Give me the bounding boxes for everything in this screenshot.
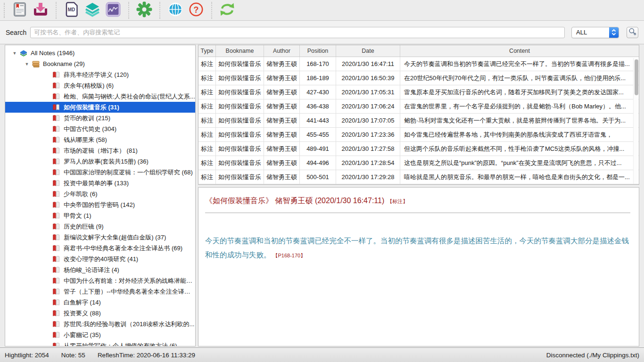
cell-author: 储智勇王硕: [264, 57, 300, 71]
sidebar-item[interactable]: 小窗幽记 (35): [5, 329, 195, 340]
sidebar-item[interactable]: 薛兆丰经济学讲义 (120): [5, 69, 195, 80]
column-header-date[interactable]: Date: [336, 45, 400, 57]
sidebar-item[interactable]: 历史的巨镜 (9): [5, 221, 195, 232]
stats-chart-button[interactable]: [104, 1, 123, 19]
sidebar-item-label: 市场的逻辑（增订本） (81): [64, 147, 138, 155]
sidebar-item-selected[interactable]: 如何假装懂音乐 (31): [5, 102, 195, 113]
sidebar-item[interactable]: 罗马人的故事(套装共15册) (36): [5, 156, 195, 167]
sidebar-item[interactable]: 市场的逻辑（增订本） (81): [5, 145, 195, 156]
gear-icon: [136, 1, 152, 19]
cell-position: 494-496: [300, 156, 336, 170]
book-icon: [52, 82, 61, 89]
sidebar-item[interactable]: 枪炮、病菌与钢铁:人类社会的命运(世纪人文系...: [5, 91, 195, 102]
cell-date: 2020/1/30 17:28:54: [336, 156, 400, 170]
cell-content: 如今雷鬼已经传遍世界各地，其中传到南美的那条线演变成了西班牙语雷鬼，: [400, 128, 639, 141]
cell-date: 2020/1/30 16:47:11: [336, 57, 400, 71]
sidebar-item[interactable]: ▼Bookname (29): [5, 58, 195, 69]
table-row[interactable]: 标注如何假装懂音乐储智勇王硕500-5012020/1/30 17:29:28嘻…: [198, 170, 639, 184]
sidebar-item[interactable]: 从零开始学写作：个人增值的有效方法 (6): [5, 340, 195, 346]
sidebar-item[interactable]: 中国为什么有前途：对外经济关系的战略潜能（...: [5, 275, 195, 286]
all-notes-icon: [19, 49, 28, 57]
cell-author: 储智勇王硕: [264, 114, 300, 127]
disclosure-triangle-icon[interactable]: ▼: [24, 62, 30, 66]
sidebar-item-label: 管子（上下册）--中华经典名著全本全注全译（...: [64, 288, 195, 296]
search-button[interactable]: [627, 27, 638, 38]
disclosure-triangle-icon[interactable]: ▼: [12, 51, 17, 56]
sidebar-item-label: 中国古代简史 (304): [64, 125, 116, 133]
settings-gear-button[interactable]: [135, 1, 154, 19]
layers-export-button[interactable]: [83, 1, 102, 19]
table-row[interactable]: 标注如何假装懂音乐储智勇王硕436-4382020/1/30 17:06:24在…: [198, 99, 639, 114]
import-download-button[interactable]: [31, 1, 50, 19]
table-scrollbar-track[interactable]: [633, 58, 638, 184]
help-button[interactable]: ?: [187, 1, 206, 19]
clippings-document-icon: [13, 2, 27, 18]
sidebar-item[interactable]: 庆余年(精校版) (6): [5, 80, 195, 91]
book-icon: [52, 158, 61, 165]
sidebar-item[interactable]: 少年凯歌 (6): [5, 189, 195, 199]
import-download-icon: [33, 2, 49, 18]
sidebar-item[interactable]: 商君书-中华经典名著全本全注全译丛书 (69): [5, 243, 195, 254]
sidebar-item[interactable]: 改变心理学的40项研究 (41): [5, 254, 195, 264]
sidebar-item[interactable]: 苏世民:我的经验与教训（2018读桥水达利欧的...: [5, 319, 195, 329]
sidebar-item[interactable]: 中国国家治理的制度逻辑：一个组织学研究 (68): [5, 167, 195, 178]
table-row[interactable]: 标注如何假装懂音乐储智勇王硕455-4552020/1/30 17:23:36如…: [198, 128, 639, 142]
sidebar-item[interactable]: ▼All Notes (1946): [5, 48, 195, 58]
book-icon: [52, 310, 61, 317]
book-icon: [52, 342, 61, 346]
sidebar-item[interactable]: 投资要义 (88): [5, 308, 195, 319]
refresh-sync-icon: [219, 2, 235, 18]
sidebar-item[interactable]: 甲骨文 (1): [5, 210, 195, 221]
cell-type: 标注: [198, 57, 216, 71]
table-scrollbar-thumb[interactable]: [635, 59, 638, 95]
cell-bookname: 如何假装懂音乐: [216, 114, 264, 127]
sidebar-item[interactable]: 管子（上下册）--中华经典名著全本全注全译（...: [5, 286, 195, 297]
sidebar-item[interactable]: 中央帝国的哲学密码 (142): [5, 199, 195, 210]
sidebar-item-label: 罗马人的故事(套装共15册) (36): [64, 157, 149, 166]
table-row[interactable]: 标注如何假装懂音乐储智勇王硕186-1892020/1/30 16:50:39在…: [198, 71, 639, 85]
sidebar-item[interactable]: 新编说文解字大全集(超值白金版) (37): [5, 232, 195, 243]
sidebar-item-label: 甲骨文 (1): [64, 212, 91, 220]
sidebar-item[interactable]: 白鱼解字 (14): [5, 297, 195, 308]
column-header-bookname[interactable]: Bookname: [216, 45, 264, 57]
sidebar-item[interactable]: 中国古代简史 (304): [5, 123, 195, 134]
table-row[interactable]: 标注如何假装懂音乐储智勇王硕441-4432020/1/30 17:07:05鲍…: [198, 114, 639, 128]
table-row[interactable]: 标注如何假装懂音乐储智勇王硕168-1702020/1/30 16:47:11今…: [198, 57, 639, 71]
cell-content: 这也是朋克之所以是“punk”的原因。“punk”在英文里是流氓阿飞的意思，只不…: [400, 156, 639, 170]
sidebar-item[interactable]: 钱从哪里来 (58): [5, 134, 195, 145]
sidebar-tree: ▼All Notes (1946)▼Bookname (29)薛兆丰经济学讲义 …: [5, 45, 195, 346]
column-header-position[interactable]: Position: [300, 45, 336, 57]
column-header-author[interactable]: Author: [264, 45, 300, 57]
filter-dropdown[interactable]: ALL: [571, 27, 619, 38]
column-header-content[interactable]: Content: [400, 45, 639, 57]
detail-position-tag: 【P168-170】: [273, 253, 306, 258]
book-icon: [52, 321, 61, 328]
table-row[interactable]: 标注如何假装懂音乐储智勇王硕489-4912020/1/30 17:27:58但…: [198, 142, 639, 156]
sidebar-item[interactable]: 投资中最简单的事 (133): [5, 178, 195, 189]
table-row[interactable]: 标注如何假装懂音乐储智勇王硕494-4962020/1/30 17:28:54这…: [198, 156, 639, 170]
layers-icon: [84, 2, 100, 18]
sidebar-item-label: 历史的巨镜 (9): [64, 222, 104, 231]
sidebar-item-label: 中国为什么有前途：对外经济关系的战略潜能（...: [64, 277, 195, 285]
search-magnifier-icon: [628, 28, 636, 37]
cell-content: 在雷鬼的世界里，有一个名字是必须提到的，就是鲍勃·马利（Bob Marley）。…: [400, 99, 639, 113]
help-icon: ?: [189, 2, 204, 18]
refresh-sync-button[interactable]: [218, 1, 237, 19]
table-row[interactable]: 标注如何假装懂音乐储智勇王硕427-4302020/1/30 17:05:31雷…: [198, 85, 639, 99]
book-icon: [52, 93, 61, 100]
cell-bookname: 如何假装懂音乐: [216, 85, 264, 99]
book-icon: [52, 136, 61, 143]
search-input[interactable]: [30, 27, 565, 38]
markdown-export-button[interactable]: MD: [62, 1, 81, 19]
sidebar-item-label: 中央帝国的哲学密码 (142): [64, 201, 135, 209]
book-icon: [52, 147, 61, 154]
sidebar-item-label: 苏世民:我的经验与教训（2018读桥水达利欧的...: [64, 320, 194, 329]
cell-bookname: 如何假装懂音乐: [216, 71, 264, 85]
sidebar-item[interactable]: 货币的教训 (215): [5, 113, 195, 123]
clippings-document-button[interactable]: [10, 1, 29, 19]
web-globe-button[interactable]: [166, 1, 185, 19]
sidebar-item[interactable]: 杨伯峻_论语译注 (4): [5, 264, 195, 275]
sidebar-item-label: 钱从哪里来 (58): [64, 136, 107, 144]
column-header-type[interactable]: Type: [198, 45, 216, 57]
cell-position: 427-430: [300, 85, 336, 99]
